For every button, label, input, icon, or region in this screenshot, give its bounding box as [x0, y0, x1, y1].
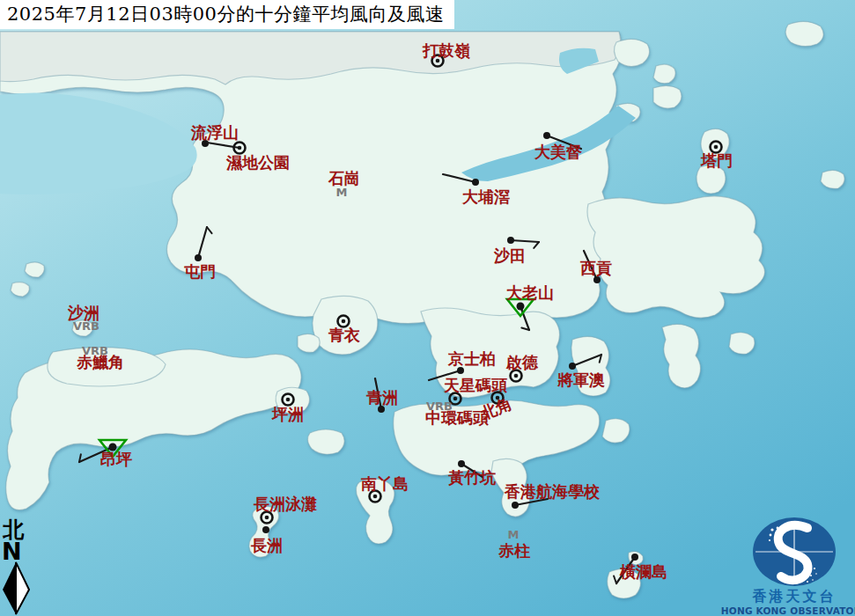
station-label: 長洲	[250, 536, 283, 554]
station-note: VRB	[73, 319, 100, 333]
station-label: 京士柏	[447, 349, 496, 368]
station-label: 西貢	[579, 259, 612, 277]
station-marker-dot	[714, 145, 719, 150]
station-note: VRB	[426, 400, 453, 413]
land-islet-ne4	[653, 85, 682, 108]
hko-logo-english-name: HONG KONG OBSERVATORY	[721, 605, 855, 616]
station-marker-dot	[373, 495, 378, 499]
station-marker-dot	[238, 146, 242, 150]
station-marker-dot	[342, 319, 346, 324]
hko-logo-chinese-name: 香港天文台	[752, 588, 837, 605]
station-marker	[512, 502, 519, 509]
station-label: 打鼓嶺	[422, 41, 470, 60]
land-islet-ne2	[614, 39, 649, 66]
station-marker	[631, 554, 638, 561]
land-islet-ne1	[785, 21, 823, 46]
land-ma-wan	[298, 334, 320, 352]
land-hei-ling-chau	[307, 429, 344, 454]
station-marker-dot	[514, 374, 519, 378]
station-label: 將軍澳	[556, 370, 605, 389]
map-title: 2025年7月12日03時00分的十分鐘平均風向及風速	[0, 0, 454, 29]
station-label: 長洲泳灘	[253, 495, 317, 513]
land-islet-nw1	[25, 262, 44, 277]
station-label: 香港航海學校	[504, 482, 601, 501]
station-label: 濕地公園	[225, 153, 290, 172]
land-islet-ne3	[653, 64, 675, 84]
station-marker-dot	[517, 303, 525, 311]
station-label: 青衣	[328, 326, 360, 344]
station-label: 青洲	[365, 388, 398, 407]
station-note: VRB	[82, 344, 108, 357]
station-note: M	[336, 186, 348, 199]
land-islet-e	[821, 170, 844, 188]
station-label: 坪洲	[271, 405, 304, 423]
station-label: 啟德	[505, 353, 539, 371]
station-label: 沙田	[493, 246, 526, 265]
station-marker	[262, 526, 269, 533]
station-label: 大老山	[505, 283, 554, 302]
station-label: 塔門	[700, 151, 733, 170]
station-marker	[457, 367, 464, 374]
station-label: 南丫島	[360, 474, 409, 493]
station-marker	[593, 276, 601, 283]
station-marker	[507, 237, 514, 244]
station-marker	[472, 179, 479, 186]
station-marker-dot	[453, 397, 458, 401]
station-label: 黃竹坑	[448, 468, 497, 487]
land-islet-east	[729, 333, 755, 355]
station-marker	[195, 254, 202, 261]
station-marker-dot	[286, 398, 291, 402]
station-marker	[543, 132, 550, 139]
station-marker	[378, 406, 385, 413]
station-label: 流浮山	[190, 123, 239, 142]
station-label: 赤柱	[498, 541, 531, 560]
station-marker-dot	[265, 516, 269, 520]
land-daguilar	[602, 419, 630, 443]
station-note: M	[508, 528, 520, 541]
station-label: 屯門	[184, 262, 216, 281]
land-islet-nw2	[11, 282, 29, 297]
station-marker	[458, 460, 465, 467]
station-marker	[569, 363, 576, 370]
station-label: 石崗	[328, 169, 360, 187]
station-label: 大埔滘	[461, 187, 510, 206]
station-label: 橫瀾島	[619, 562, 667, 581]
compass-n-label: N	[2, 538, 22, 565]
station-label: 昂坪	[100, 450, 132, 468]
station-label: 大美督	[534, 143, 583, 161]
map-background: 打鼓嶺流浮山濕地公園塔門大美督大埔滘石崗M屯門沙田西貢沙洲VRB赤鱲角VRB青衣…	[0, 0, 855, 616]
wind-map-root: 打鼓嶺流浮山濕地公園塔門大美督大埔滘石崗M屯門沙田西貢沙洲VRB赤鱲角VRB青衣…	[0, 0, 855, 616]
